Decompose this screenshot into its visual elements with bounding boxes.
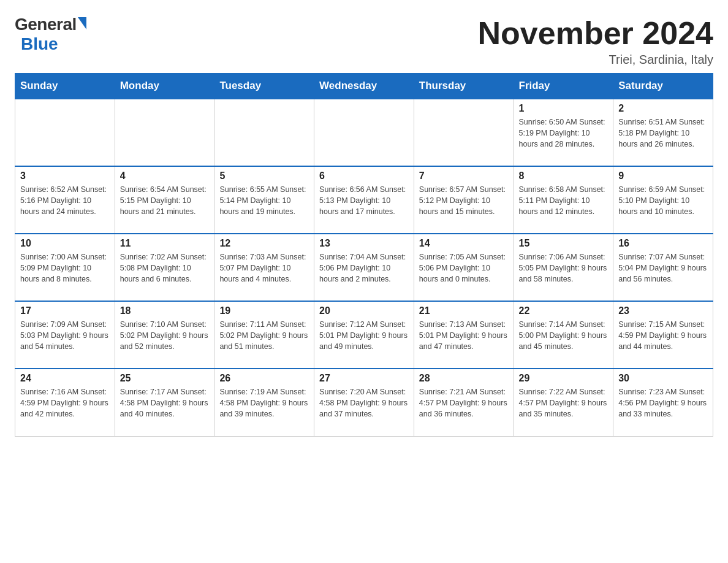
day-info: Sunrise: 7:02 AM Sunset: 5:08 PM Dayligh… bbox=[120, 251, 210, 285]
calendar-cell: 8Sunrise: 6:58 AM Sunset: 5:11 PM Daylig… bbox=[514, 166, 613, 234]
day-number: 1 bbox=[519, 103, 609, 114]
calendar-cell: 5Sunrise: 6:55 AM Sunset: 5:14 PM Daylig… bbox=[214, 166, 314, 234]
calendar-cell: 15Sunrise: 7:06 AM Sunset: 5:05 PM Dayli… bbox=[514, 234, 613, 301]
day-number: 5 bbox=[219, 170, 309, 182]
calendar-cell: 3Sunrise: 6:52 AM Sunset: 5:16 PM Daylig… bbox=[15, 166, 115, 234]
calendar-cell: 6Sunrise: 6:56 AM Sunset: 5:13 PM Daylig… bbox=[314, 166, 414, 234]
day-info: Sunrise: 7:03 AM Sunset: 5:07 PM Dayligh… bbox=[219, 251, 309, 285]
calendar-cell: 4Sunrise: 6:54 AM Sunset: 5:15 PM Daylig… bbox=[115, 166, 214, 234]
calendar-cell: 13Sunrise: 7:04 AM Sunset: 5:06 PM Dayli… bbox=[314, 234, 414, 301]
location-text: Triei, Sardinia, Italy bbox=[478, 53, 713, 67]
calendar-cell: 27Sunrise: 7:20 AM Sunset: 4:58 PM Dayli… bbox=[314, 369, 414, 436]
day-number: 10 bbox=[20, 238, 110, 249]
day-info: Sunrise: 7:16 AM Sunset: 4:59 PM Dayligh… bbox=[20, 386, 110, 419]
day-info: Sunrise: 6:55 AM Sunset: 5:14 PM Dayligh… bbox=[219, 184, 309, 217]
week-row-2: 3Sunrise: 6:52 AM Sunset: 5:16 PM Daylig… bbox=[15, 166, 713, 234]
day-number: 25 bbox=[120, 373, 210, 384]
weekday-header-monday: Monday bbox=[115, 74, 214, 99]
calendar-cell bbox=[15, 99, 115, 166]
day-number: 9 bbox=[618, 170, 708, 182]
logo: General Blue bbox=[15, 15, 86, 54]
day-number: 15 bbox=[519, 238, 609, 249]
month-title: November 2024 bbox=[478, 15, 713, 52]
day-info: Sunrise: 7:06 AM Sunset: 5:05 PM Dayligh… bbox=[519, 251, 609, 285]
day-info: Sunrise: 6:52 AM Sunset: 5:16 PM Dayligh… bbox=[20, 184, 110, 217]
day-number: 27 bbox=[319, 373, 409, 384]
day-info: Sunrise: 7:09 AM Sunset: 5:03 PM Dayligh… bbox=[20, 319, 110, 352]
day-number: 26 bbox=[219, 373, 309, 384]
weekday-header-row: SundayMondayTuesdayWednesdayThursdayFrid… bbox=[15, 74, 713, 99]
day-number: 7 bbox=[419, 170, 509, 182]
calendar-cell: 7Sunrise: 6:57 AM Sunset: 5:12 PM Daylig… bbox=[414, 166, 514, 234]
week-row-5: 24Sunrise: 7:16 AM Sunset: 4:59 PM Dayli… bbox=[15, 369, 713, 436]
day-info: Sunrise: 7:17 AM Sunset: 4:58 PM Dayligh… bbox=[120, 386, 210, 419]
calendar-cell: 30Sunrise: 7:23 AM Sunset: 4:56 PM Dayli… bbox=[613, 369, 713, 436]
week-row-3: 10Sunrise: 7:00 AM Sunset: 5:09 PM Dayli… bbox=[15, 234, 713, 301]
day-number: 16 bbox=[618, 238, 708, 249]
calendar-cell: 22Sunrise: 7:14 AM Sunset: 5:00 PM Dayli… bbox=[514, 301, 613, 369]
day-number: 30 bbox=[618, 373, 708, 384]
day-info: Sunrise: 6:56 AM Sunset: 5:13 PM Dayligh… bbox=[319, 184, 409, 217]
weekday-header-friday: Friday bbox=[514, 74, 613, 99]
calendar-cell: 25Sunrise: 7:17 AM Sunset: 4:58 PM Dayli… bbox=[115, 369, 214, 436]
day-info: Sunrise: 7:21 AM Sunset: 4:57 PM Dayligh… bbox=[419, 386, 509, 419]
day-number: 14 bbox=[419, 238, 509, 249]
calendar-cell: 19Sunrise: 7:11 AM Sunset: 5:02 PM Dayli… bbox=[214, 301, 314, 369]
day-info: Sunrise: 6:54 AM Sunset: 5:15 PM Dayligh… bbox=[120, 184, 210, 217]
calendar-cell: 29Sunrise: 7:22 AM Sunset: 4:57 PM Dayli… bbox=[514, 369, 613, 436]
day-number: 18 bbox=[120, 305, 210, 316]
logo-blue-text: Blue bbox=[21, 34, 58, 54]
day-number: 23 bbox=[618, 305, 708, 316]
day-number: 11 bbox=[120, 238, 210, 249]
week-row-1: 1Sunrise: 6:50 AM Sunset: 5:19 PM Daylig… bbox=[15, 99, 713, 166]
calendar-cell: 23Sunrise: 7:15 AM Sunset: 4:59 PM Dayli… bbox=[613, 301, 713, 369]
day-number: 17 bbox=[20, 305, 110, 316]
weekday-header-sunday: Sunday bbox=[15, 74, 115, 99]
calendar-cell: 9Sunrise: 6:59 AM Sunset: 5:10 PM Daylig… bbox=[613, 166, 713, 234]
day-number: 22 bbox=[519, 305, 609, 316]
day-info: Sunrise: 6:50 AM Sunset: 5:19 PM Dayligh… bbox=[519, 117, 609, 150]
calendar-cell bbox=[314, 99, 414, 166]
day-info: Sunrise: 7:19 AM Sunset: 4:58 PM Dayligh… bbox=[219, 386, 309, 419]
day-number: 24 bbox=[20, 373, 110, 384]
day-info: Sunrise: 7:00 AM Sunset: 5:09 PM Dayligh… bbox=[20, 251, 110, 285]
day-info: Sunrise: 7:12 AM Sunset: 5:01 PM Dayligh… bbox=[319, 319, 409, 352]
calendar-cell bbox=[115, 99, 214, 166]
calendar-cell: 12Sunrise: 7:03 AM Sunset: 5:07 PM Dayli… bbox=[214, 234, 314, 301]
calendar-cell: 10Sunrise: 7:00 AM Sunset: 5:09 PM Dayli… bbox=[15, 234, 115, 301]
day-number: 3 bbox=[20, 170, 110, 182]
calendar-cell: 17Sunrise: 7:09 AM Sunset: 5:03 PM Dayli… bbox=[15, 301, 115, 369]
day-info: Sunrise: 7:15 AM Sunset: 4:59 PM Dayligh… bbox=[618, 319, 708, 352]
calendar-cell: 11Sunrise: 7:02 AM Sunset: 5:08 PM Dayli… bbox=[115, 234, 214, 301]
day-info: Sunrise: 7:22 AM Sunset: 4:57 PM Dayligh… bbox=[519, 386, 609, 419]
calendar-cell: 16Sunrise: 7:07 AM Sunset: 5:04 PM Dayli… bbox=[613, 234, 713, 301]
day-info: Sunrise: 7:14 AM Sunset: 5:00 PM Dayligh… bbox=[519, 319, 609, 352]
week-row-4: 17Sunrise: 7:09 AM Sunset: 5:03 PM Dayli… bbox=[15, 301, 713, 369]
logo-general-text: General bbox=[15, 15, 77, 34]
calendar-cell: 2Sunrise: 6:51 AM Sunset: 5:18 PM Daylig… bbox=[613, 99, 713, 166]
day-info: Sunrise: 7:04 AM Sunset: 5:06 PM Dayligh… bbox=[319, 251, 409, 285]
day-info: Sunrise: 7:10 AM Sunset: 5:02 PM Dayligh… bbox=[120, 319, 210, 352]
day-number: 28 bbox=[419, 373, 509, 384]
day-info: Sunrise: 6:51 AM Sunset: 5:18 PM Dayligh… bbox=[618, 117, 708, 150]
day-info: Sunrise: 7:05 AM Sunset: 5:06 PM Dayligh… bbox=[419, 251, 509, 285]
day-number: 4 bbox=[120, 170, 210, 182]
day-number: 21 bbox=[419, 305, 509, 316]
calendar-cell: 14Sunrise: 7:05 AM Sunset: 5:06 PM Dayli… bbox=[414, 234, 514, 301]
calendar-cell: 26Sunrise: 7:19 AM Sunset: 4:58 PM Dayli… bbox=[214, 369, 314, 436]
day-info: Sunrise: 6:58 AM Sunset: 5:11 PM Dayligh… bbox=[519, 184, 609, 217]
day-number: 19 bbox=[219, 305, 309, 316]
day-number: 29 bbox=[519, 373, 609, 384]
day-info: Sunrise: 6:59 AM Sunset: 5:10 PM Dayligh… bbox=[618, 184, 708, 217]
calendar-cell: 1Sunrise: 6:50 AM Sunset: 5:19 PM Daylig… bbox=[514, 99, 613, 166]
day-number: 20 bbox=[319, 305, 409, 316]
calendar-cell bbox=[414, 99, 514, 166]
page-header: General Blue November 2024 Triei, Sardin… bbox=[15, 15, 713, 67]
day-number: 13 bbox=[319, 238, 409, 249]
calendar-cell: 20Sunrise: 7:12 AM Sunset: 5:01 PM Dayli… bbox=[314, 301, 414, 369]
calendar-cell bbox=[214, 99, 314, 166]
calendar-cell: 18Sunrise: 7:10 AM Sunset: 5:02 PM Dayli… bbox=[115, 301, 214, 369]
calendar-cell: 28Sunrise: 7:21 AM Sunset: 4:57 PM Dayli… bbox=[414, 369, 514, 436]
calendar-table: SundayMondayTuesdayWednesdayThursdayFrid… bbox=[15, 73, 713, 437]
day-info: Sunrise: 7:11 AM Sunset: 5:02 PM Dayligh… bbox=[219, 319, 309, 352]
